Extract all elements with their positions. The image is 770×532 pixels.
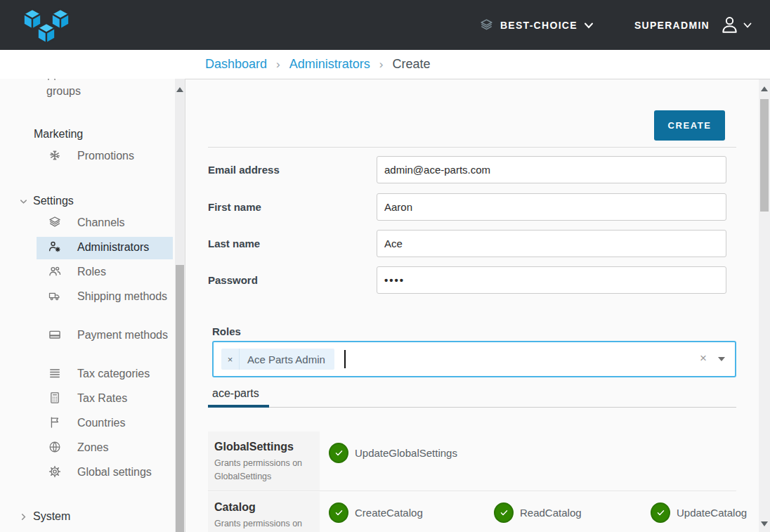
section-title: Marketing xyxy=(34,128,83,140)
sidebar-item-administrators[interactable]: Administrators xyxy=(46,239,174,256)
breadcrumb: Dashboard › Administrators › Create xyxy=(0,50,770,79)
scroll-up-arrow[interactable] xyxy=(176,87,183,92)
sidebar-item-tax-categories[interactable]: Tax categories xyxy=(46,365,174,382)
permission-toggle-updateglobalsettings[interactable]: UpdateGlobalSettings xyxy=(329,443,457,463)
email-field[interactable] xyxy=(377,156,726,183)
section-title: Settings xyxy=(33,193,74,209)
sidebar-item-shipping-methods[interactable]: Shipping methods xyxy=(46,288,174,305)
breadcrumb-current: Create xyxy=(392,57,430,72)
permission-group-description: Grants permissions on GlobalSettings xyxy=(214,457,314,484)
asterisk-icon xyxy=(48,148,62,162)
globe-icon xyxy=(48,440,62,454)
sidebar-item-label: Zones xyxy=(77,441,108,453)
users-icon xyxy=(48,264,62,278)
administrator-icon xyxy=(48,240,62,254)
sidebar-item-channels[interactable]: Channels xyxy=(46,214,174,231)
last-name-field[interactable] xyxy=(377,230,726,257)
sidebar-scrollbar[interactable] xyxy=(175,79,185,532)
permission-group-name: Catalog xyxy=(214,501,314,514)
channel-switcher[interactable]: BEST-CHOICE xyxy=(479,18,594,32)
main-scrollbar[interactable] xyxy=(759,79,770,532)
cog-icon xyxy=(48,465,62,479)
form-row-email: Email address xyxy=(208,156,736,183)
roles-select[interactable]: × Ace Parts Admin × xyxy=(212,341,736,377)
sidebar-item-promotions[interactable]: Promotions xyxy=(46,148,174,164)
role-chip: × Ace Parts Admin xyxy=(221,349,334,370)
calculator-icon xyxy=(48,391,62,405)
permission-toggle-createcatalog[interactable]: CreateCatalog xyxy=(329,502,423,523)
form-row-last-name: Last name xyxy=(208,230,736,257)
truck-icon xyxy=(48,289,62,303)
create-button[interactable]: CREATE xyxy=(654,110,725,141)
permission-label: CreateCatalog xyxy=(355,507,423,519)
check-circle-icon xyxy=(329,502,348,523)
sidebar-nav: groups Marketing Promotions Settings Cha… xyxy=(0,79,185,532)
permission-row-catalog: Catalog Grants permissions on Products, … xyxy=(208,492,736,532)
sidebar-item-countries[interactable]: Countries xyxy=(46,415,174,432)
layers-icon xyxy=(479,18,494,32)
sidebar-section-marketing: Marketing xyxy=(34,126,83,142)
sidebar-group-system[interactable]: System xyxy=(19,509,70,524)
sidebar-item-zones[interactable]: Zones xyxy=(46,439,174,456)
vendure-logo[interactable] xyxy=(18,3,74,48)
permission-group-header: GlobalSettings Grants permissions on Glo… xyxy=(208,432,320,491)
sidebar-item-customer-groups-overflow[interactable]: groups xyxy=(46,85,81,98)
permission-group-name: GlobalSettings xyxy=(214,441,314,453)
sidebar-item-payment-methods[interactable]: Payment methods xyxy=(46,327,174,344)
sidebar-item-label: Payment methods xyxy=(77,329,168,341)
tab-ace-parts[interactable]: ace-parts xyxy=(208,386,269,408)
check-circle-icon xyxy=(329,443,348,463)
sidebar-item-tax-rates[interactable]: Tax Rates xyxy=(46,390,174,407)
first-name-label: First name xyxy=(208,193,377,221)
permission-label: UpdateCatalog xyxy=(677,507,747,519)
permission-row-globalsettings: GlobalSettings Grants permissions on Glo… xyxy=(208,432,736,491)
sidebar-item-roles[interactable]: Roles xyxy=(46,264,174,280)
scrollbar-thumb[interactable] xyxy=(760,99,769,212)
scroll-up-arrow[interactable] xyxy=(761,86,768,91)
roles-label: Roles xyxy=(212,325,241,337)
sidebar-item-label: Promotions xyxy=(77,150,134,162)
password-field[interactable] xyxy=(377,266,726,294)
user-icon xyxy=(719,14,740,36)
breadcrumb-link-administrators[interactable]: Administrators xyxy=(289,57,370,72)
chip-remove-button[interactable]: × xyxy=(221,349,240,370)
check-circle-icon xyxy=(494,502,514,523)
chevron-down-icon xyxy=(584,21,594,30)
permission-label: UpdateGlobalSettings xyxy=(355,447,457,459)
sidebar-item-label: Countries xyxy=(77,417,125,429)
permission-group-header: Catalog Grants permissions on Products, … xyxy=(208,492,320,532)
role-chip-label: Ace Parts Admin xyxy=(240,349,334,370)
last-name-label: Last name xyxy=(208,230,377,257)
section-title: System xyxy=(33,509,70,524)
sidebar-item-label: Administrators xyxy=(77,241,149,253)
sidebar-group-settings[interactable]: Settings xyxy=(19,193,74,209)
permission-toggle-readcatalog[interactable]: ReadCatalog xyxy=(494,502,582,523)
scrollbar-thumb[interactable] xyxy=(176,265,184,532)
chevron-right-icon xyxy=(19,512,28,521)
section-divider xyxy=(208,147,736,148)
permission-toggle-updatecatalog[interactable]: UpdateCatalog xyxy=(651,502,747,523)
dropdown-caret-icon[interactable] xyxy=(718,357,725,361)
users-icon xyxy=(46,79,60,83)
form-row-password: Password xyxy=(208,266,736,294)
sidebar-item-label: Global settings xyxy=(77,466,152,478)
sidebar-item-label: Tax Rates xyxy=(77,392,127,404)
user-name: SUPERADMIN xyxy=(634,20,710,31)
scroll-down-arrow[interactable] xyxy=(761,521,768,526)
breadcrumb-link-dashboard[interactable]: Dashboard xyxy=(205,57,267,72)
permission-group-description: Grants permissions on Products, Facets xyxy=(214,517,314,532)
text-cursor xyxy=(344,350,346,368)
user-menu[interactable] xyxy=(719,14,752,36)
password-label: Password xyxy=(208,266,377,294)
check-circle-icon xyxy=(651,502,670,523)
chevron-down-icon xyxy=(19,197,28,206)
sidebar-item-global-settings[interactable]: Global settings xyxy=(46,464,174,481)
chevron-down-icon xyxy=(743,22,752,29)
breadcrumb-separator: › xyxy=(276,58,280,72)
clear-icon[interactable]: × xyxy=(700,351,707,365)
list-icon xyxy=(48,366,62,380)
credit-card-icon xyxy=(48,327,62,342)
main-content: CREATE Email address First name Last nam… xyxy=(185,79,770,532)
first-name-field[interactable] xyxy=(377,193,726,221)
sidebar-item-label: Shipping methods xyxy=(77,290,167,302)
